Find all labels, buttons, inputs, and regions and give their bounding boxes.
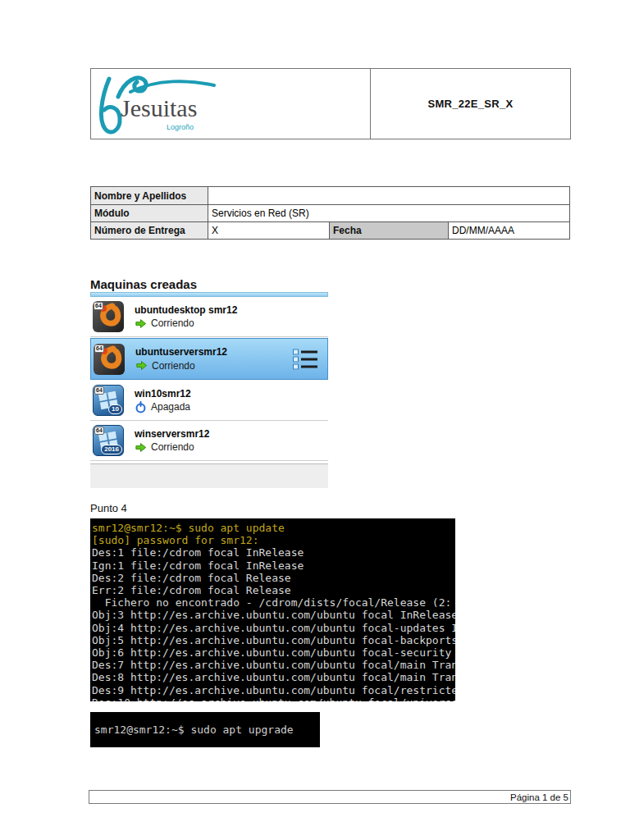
entrega-label-cell: Número de Entrega [91, 222, 208, 239]
vm-icon-holder: 64 [94, 344, 125, 375]
vm-icon-holder: 64 2016 [93, 425, 124, 456]
vm-list-item[interactable]: 64 10 win10smr12 Apagada [90, 381, 328, 421]
running-arrow-icon [135, 441, 147, 454]
terminal-line: Obj:3 http://es.archive.ubuntu.com/ubunt… [92, 609, 455, 621]
module-value-cell: Servicios en Red (SR) [208, 205, 569, 221]
punto-label: Punto 4 [90, 502, 127, 514]
terminal-line: Err:2 file:/cdrom focal Release [92, 584, 455, 596]
entrega-value-cell: X [208, 222, 329, 239]
terminal-apt-upgrade: smr12@smr12:~$ sudo apt upgrade [90, 712, 320, 747]
table-row: Nombre y Apellidos [91, 187, 569, 204]
vm-text: ubuntudesktop smr12 Corriendo [135, 304, 237, 330]
vm-text: ubuntuserversmr12 Corriendo [135, 346, 227, 372]
vm-status-label: Apagada [151, 401, 190, 413]
vm-list-panel: 64 ubuntudesktop smr12 Corriendo 64 ubun… [90, 292, 328, 488]
terminal-line: smr12@smr12:~$ sudo apt update [92, 522, 455, 534]
vm-name: winserversmr12 [135, 428, 209, 440]
fecha-value-cell: DD/MM/AAAA [448, 222, 569, 239]
terminal-line: Des:1 file:/cdrom focal InRelease [92, 546, 455, 559]
vm-status-icon-holder [135, 441, 147, 454]
vm-status-icon-holder [135, 401, 147, 413]
terminal-line: Obj:6 http://es.archive.ubuntu.com/ubunt… [92, 646, 455, 659]
windows-os-icon: 64 10 [93, 385, 124, 416]
ubuntu-os-icon: 64 [94, 344, 125, 375]
vm-status-row: Corriendo [135, 359, 227, 372]
terminal-line: Des:7 http://es.archive.ubuntu.com/ubunt… [92, 659, 455, 671]
arch-badge: 64 [94, 302, 103, 310]
vm-tools-list-icon[interactable] [293, 347, 317, 371]
terminal-line: Des:10 http://es.archive.ubuntu.com/ubun… [92, 696, 455, 701]
vm-icon-holder: 64 [93, 301, 124, 332]
vm-list-item[interactable]: 64 2016 winserversmr12 Corriendo [90, 421, 328, 461]
ubuntu-os-icon: 64 [93, 301, 124, 332]
terminal-line: Fichero no encontrado - /cdrom/dists/foc… [92, 596, 455, 609]
terminal-line: Obj:5 http://es.archive.ubuntu.com/ubunt… [92, 634, 455, 646]
vm-icon-holder: 64 10 [93, 385, 124, 416]
module-label-cell: Módulo [91, 205, 208, 221]
vm-status-icon-holder [135, 359, 148, 372]
vm-status-icon-holder [135, 317, 147, 330]
vm-status-label: Corriendo [151, 441, 194, 453]
arch-badge: 64 [94, 345, 104, 353]
header-table: Jesuitas Logroño SMR_22E_SR_X [90, 68, 571, 139]
vm-status-row: Corriendo [135, 441, 209, 454]
terminal-line: Des:8 http://es.archive.ubuntu.com/ubunt… [92, 671, 455, 683]
os-version-badge: 10 [108, 404, 122, 414]
vm-list-item[interactable]: 64 ubuntuserversmr12 Corriendo [90, 338, 328, 380]
vm-status-row: Apagada [135, 401, 191, 413]
terminal-update-body: smr12@smr12:~$ sudo apt update[sudo] pas… [92, 522, 455, 701]
running-arrow-icon [135, 317, 147, 330]
terminal-apt-update: smr12@smr12:~$ sudo apt update[sudo] pas… [90, 518, 455, 701]
vm-text: win10smr12 Apagada [135, 388, 191, 413]
vm-status-label: Corriendo [152, 360, 195, 372]
arch-badge: 64 [94, 427, 104, 435]
vm-name: win10smr12 [135, 388, 191, 399]
page-footer: Página 1 de 5 [89, 790, 571, 804]
arch-badge: 64 [94, 386, 104, 395]
terminal-line: Des:9 http://es.archive.ubuntu.com/ubunt… [92, 684, 455, 696]
vm-name: ubuntuserversmr12 [135, 346, 227, 358]
vm-text: winserversmr12 Corriendo [135, 428, 209, 454]
logo-cell: Jesuitas Logroño [91, 69, 371, 139]
doc-code: SMR_22E_SR_X [427, 98, 513, 110]
vm-name: ubuntudesktop smr12 [135, 304, 237, 316]
power-off-icon [135, 401, 147, 413]
machines-section-title: Maquinas creadas [90, 277, 197, 291]
logo-subtitle-text: Logroño [167, 123, 194, 131]
vm-status-label: Corriendo [151, 317, 194, 329]
terminal-line: [sudo] password for smr12: [92, 534, 455, 546]
vm-list-item[interactable]: 64 ubuntudesktop smr12 Corriendo [90, 297, 328, 337]
logo-brand-text: Jesuitas [121, 94, 197, 121]
name-label-cell: Nombre y Apellidos [91, 187, 208, 204]
vm-list-empty-area [90, 463, 328, 488]
jesuitas-logo: Jesuitas Logroño [91, 69, 272, 138]
document-page: Jesuitas Logroño SMR_22E_SR_X Nombre y A… [0, 0, 630, 840]
name-value-cell [208, 187, 569, 204]
fecha-label-cell: Fecha [329, 222, 448, 239]
terminal-line: Des:2 file:/cdrom focal Release [92, 572, 455, 584]
windows-os-icon: 64 2016 [93, 425, 124, 456]
page-number: Página 1 de 5 [510, 792, 568, 802]
vm-status-row: Corriendo [135, 317, 237, 330]
vm-list: 64 ubuntudesktop smr12 Corriendo 64 ubun… [90, 297, 328, 461]
table-row: Número de Entrega X Fecha DD/MM/AAAA [91, 221, 569, 239]
running-arrow-icon [135, 359, 148, 372]
table-row: Módulo Servicios en Red (SR) [91, 204, 569, 221]
header-title-cell: SMR_22E_SR_X [371, 69, 570, 139]
info-table: Nombre y Apellidos Módulo Servicios en R… [90, 186, 570, 240]
terminal-upgrade-line: smr12@smr12:~$ sudo apt upgrade [94, 724, 294, 736]
terminal-line: Obj:4 http://es.archive.ubuntu.com/ubunt… [92, 622, 455, 634]
terminal-line: Ign:1 file:/cdrom focal InRelease [92, 559, 455, 572]
os-version-badge: 2016 [101, 445, 122, 454]
